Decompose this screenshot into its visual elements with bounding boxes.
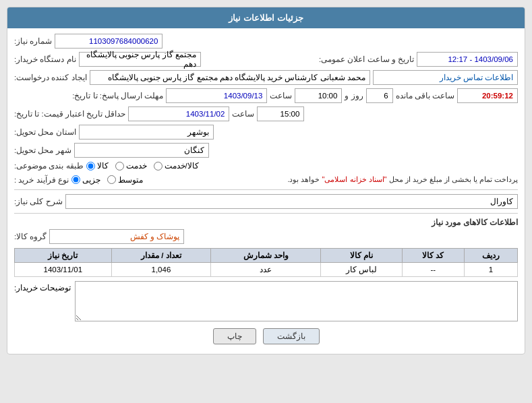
- grohe-kala-row: پوشاک و کفش گروه کالا:: [14, 229, 518, 244]
- page-header: جزئیات اطلاعات نیاز: [7, 7, 525, 28]
- nooe-farayand-label: نوع فرآیند خرید :: [14, 175, 69, 185]
- hadaqal-date-value: 1403/11/02: [128, 106, 229, 121]
- tabaqe-kala-radio[interactable]: [86, 162, 95, 170]
- tabaqe-kala-label: کالا: [97, 161, 109, 170]
- tabaqe-kala-khadamat-item: کالا/خدمت: [154, 161, 199, 170]
- nooe-motovaset-item: متوسط: [107, 175, 143, 185]
- asnad-label: "اسناد خزانه اسلامی": [322, 175, 387, 183]
- ijad-konande-value: محمد شعبانی کارشناس خرید پالایشگاه دهم م…: [90, 70, 370, 85]
- tabaqe-khadamat-radio[interactable]: [115, 162, 124, 170]
- tabaqe-kala-khadamat-label: کالا/خدمت: [165, 161, 199, 170]
- mohlet-label: مهلت ارسال پاسخ: تا تاریخ:: [72, 91, 163, 100]
- mohlet-baqi-label: ساعت باقی مانده: [396, 91, 454, 100]
- ijad-row: اطلاعات تماس خریدار محمد شعبانی کارشناس …: [14, 70, 518, 85]
- print-button[interactable]: چاپ: [213, 328, 256, 344]
- ostan-row: بوشهر استان محل تحویل:: [14, 125, 518, 140]
- content-area: 1103097684000620 شماره نیاز: 1403/09/06 …: [7, 28, 525, 354]
- col-tedad: تعداد / مقدار: [111, 249, 211, 263]
- table-header-row: ردیف کد کالا نام کالا واحد شمارش تعداد /…: [15, 249, 518, 263]
- mohlet-roz-label: روز و: [345, 91, 363, 100]
- nooe-jozii-label: جزیی: [82, 175, 100, 185]
- col-tarikh: تاریخ نیاز: [15, 249, 112, 263]
- hadaqal-saat-value: 15:00: [257, 106, 304, 121]
- nooe-farayand-group: متوسط جزیی: [71, 175, 143, 185]
- table-row: 1--لباس کارعدد1,0461403/11/01: [15, 263, 518, 277]
- tarikh-label: تاریخ و ساعت اعلان عمومی:: [319, 55, 414, 64]
- tarikh-value: 1403/09/06 - 12:17: [417, 52, 518, 67]
- mohlet-saat-label: ساعت: [270, 91, 292, 100]
- tabaqe-kala-item: کالا: [86, 161, 109, 170]
- shahr-label: شهر محل تحویل:: [14, 146, 71, 155]
- payment-text: پرداخت تمام یا بخشی از مبلغ خرید از محل: [389, 175, 518, 183]
- sharh-koli-label: شرح کلی نیاز:: [14, 197, 63, 206]
- etelaat-tamas-link[interactable]: اطلاعات تماس خریدار: [373, 70, 518, 85]
- buttons-row: چاپ بازگشت: [14, 328, 518, 344]
- hadaqal-row: 15:00 ساعت 1403/11/02 حداقل تاریخ اعتبار…: [14, 106, 518, 121]
- nooe-jozii-radio[interactable]: [71, 175, 80, 184]
- col-radif: ردیف: [464, 249, 517, 263]
- col-vahed: واحد شمارش: [211, 249, 321, 263]
- cell-tarikh: 1403/11/01: [15, 263, 112, 277]
- tabaqe-label: طبقه بندی موضوعی:: [14, 161, 84, 170]
- notes-textarea[interactable]: [75, 281, 518, 321]
- shomara-niaz-label: شماره نیاز:: [14, 36, 52, 46]
- etelaat-kala-title: اطلاعات کالاهای مورد نیاز: [14, 218, 518, 227]
- ijad-konande-label: ایجاد کننده درخواست:: [14, 73, 87, 82]
- tabaqe-radio-group: کالا/خدمت خدمت کالا: [86, 161, 199, 170]
- shomara-row: 1103097684000620 شماره نیاز:: [14, 34, 518, 49]
- nooe-farayand-row: پرداخت تمام یا بخشی از مبلغ خرید از محل …: [14, 174, 518, 185]
- mohlet-baqi-value: 20:59:12: [457, 88, 518, 103]
- grohe-kala-value: پوشاک و کفش: [49, 229, 184, 244]
- back-button[interactable]: بازگشت: [263, 328, 320, 344]
- nam-dastgah-value: مجتمع گاز پارس جنوبی پالایشگاه دهم: [79, 52, 201, 67]
- tozih-label: توضیحات خریدار:: [14, 283, 71, 292]
- kala-table-container: ردیف کد کالا نام کالا واحد شمارش تعداد /…: [14, 248, 518, 277]
- col-kod-kala: کد کالا: [402, 249, 464, 263]
- divider-2: [14, 213, 518, 214]
- tabaqe-kala-khadamat-radio[interactable]: [154, 162, 162, 170]
- shahr-value: کنگان: [74, 143, 209, 158]
- tabaqe-khadamat-item: خدمت: [115, 161, 147, 170]
- tabaqe-khadamat-label: خدمت: [126, 161, 147, 170]
- payment-info-text: پرداخت تمام یا بخشی از مبلغ خرید از محل …: [146, 174, 518, 185]
- main-container: جزئیات اطلاعات نیاز 1103097684000620 شما…: [7, 7, 525, 354]
- hadaqal-saat-label: ساعت: [232, 109, 254, 119]
- grohe-kala-label: گروه کالا:: [14, 232, 47, 241]
- cell-tedad: 1,046: [111, 263, 211, 277]
- nooe-motovaset-radio[interactable]: [107, 175, 116, 184]
- mohlet-roz-value: 6: [366, 88, 393, 103]
- divider-1: [14, 189, 518, 190]
- cell-radif: 1: [464, 263, 517, 277]
- sharh-koli-row: کاورال شرح کلی نیاز:: [14, 194, 518, 209]
- notes-area: توضیحات خریدار:: [14, 281, 518, 321]
- sharh-koli-value: کاورال: [65, 194, 518, 209]
- nooe-jozii-item: جزیی: [71, 175, 100, 185]
- mohlet-saat-value: 10:00: [295, 88, 342, 103]
- khahad-bood: خواهد بود.: [287, 175, 320, 183]
- kala-table: ردیف کد کالا نام کالا واحد شمارش تعداد /…: [14, 248, 518, 277]
- cell-vahed: عدد: [211, 263, 321, 277]
- mohlet-date-value: 1403/09/13: [166, 88, 267, 103]
- header-title: جزئیات اطلاعات نیاز: [229, 13, 303, 23]
- shomara-niaz-value: 1103097684000620: [55, 34, 162, 49]
- cell-nam_kala: لباس کار: [321, 263, 402, 277]
- cell-kod_kala: --: [402, 263, 464, 277]
- ostan-label: استان محل تحویل:: [14, 127, 76, 137]
- shahr-row: کنگان شهر محل تحویل:: [14, 143, 518, 158]
- nooe-motovaset-label: متوسط: [118, 175, 143, 185]
- col-nam-kala: نام کالا: [321, 249, 402, 263]
- tabaqe-row: کالا/خدمت خدمت کالا طبقه بندی موضوعی:: [14, 161, 518, 170]
- nam-dastgah-tarikh-row: 1403/09/06 - 12:17 تاریخ و ساعت اعلان عم…: [14, 52, 518, 67]
- mohlet-row: 20:59:12 ساعت باقی مانده 6 روز و 10:00 س…: [14, 88, 518, 103]
- hadaqal-label: حداقل تاریخ اعتبار قیمت: تا تاریخ:: [14, 109, 125, 119]
- ostan-value: بوشهر: [79, 125, 214, 140]
- nam-dastgah-label: نام دستگاه خریدار:: [14, 55, 76, 64]
